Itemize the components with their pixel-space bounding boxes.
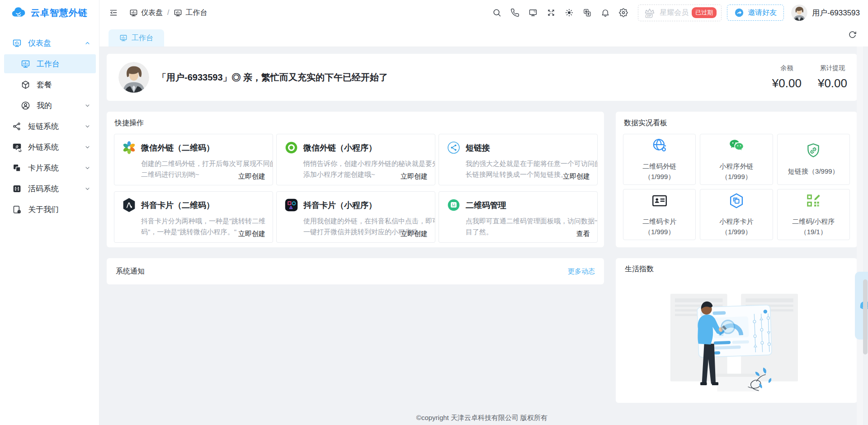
create-now-link[interactable]: 立即创建 (401, 230, 428, 238)
withdraw-block: 累计提现 ¥0.00 (818, 64, 847, 90)
balance-value: ¥0.00 (772, 76, 802, 90)
language-button[interactable] (578, 4, 596, 22)
workbench-icon (21, 59, 30, 69)
greeting-text: 「用户-6933593」◎ 亲，繁忙而又充实的下午已经开始了 (157, 71, 388, 84)
notifications-button[interactable] (596, 4, 614, 22)
search-button[interactable] (488, 4, 506, 22)
package-icon (21, 80, 30, 90)
tile-qrcode-links[interactable]: 二维码外链（1/999） (623, 134, 696, 185)
breadcrumb-workbench[interactable]: 工作台 (174, 8, 207, 18)
section-title: 快捷操作 (107, 112, 604, 134)
wechat-icon (728, 137, 745, 154)
theme-button[interactable] (560, 4, 578, 22)
quick-operations-panel: 快捷操作 (107, 112, 604, 247)
main-area: 仪表盘 / 工作台 VIP 星耀 (99, 0, 868, 425)
sidebar-item-dashboard[interactable]: 仪表盘 (0, 33, 99, 53)
qr-manage-icon (446, 198, 461, 212)
sidebar-item-shortlink-system[interactable]: 短链系统 (0, 116, 99, 137)
sun-icon (565, 8, 574, 17)
create-now-link[interactable]: 立即创建 (401, 172, 428, 181)
tab-workbench[interactable]: 工作台 (108, 29, 164, 47)
breadcrumb-separator: / (167, 9, 169, 17)
tile-qrcode-cards[interactable]: 二维码卡片（1/999） (623, 189, 696, 240)
app-logo[interactable]: 云卓智慧外链 (0, 0, 99, 25)
quick-card-qrcode-manage[interactable]: 二维码管理 点我即可直通二维码管理面板哦，访问数据一目了然。 查看 (439, 191, 598, 243)
create-now-link[interactable]: 立即创建 (563, 172, 590, 181)
sidebar-menu: 仪表盘 工作台 套餐 我的 短链系统 外链系统 卡片系统 (0, 25, 99, 220)
vip-crown-icon: VIP (643, 7, 656, 19)
share-arrow-icon (734, 8, 744, 18)
avatar[interactable] (118, 62, 149, 93)
gear-icon (619, 8, 628, 17)
shapes-square-icon (284, 198, 299, 212)
sidebar-item-workbench[interactable]: 工作台 (4, 54, 96, 73)
share-circle-icon (446, 140, 461, 155)
sidebar-item-external-link-system[interactable]: 外链系统 (0, 137, 99, 157)
search-icon (492, 8, 501, 17)
chevron-down-icon (84, 185, 91, 192)
svg-text:VIP: VIP (646, 14, 651, 17)
withdraw-label: 累计提现 (818, 64, 847, 72)
username: 用户-6933593 (812, 8, 860, 18)
chevron-down-icon (84, 102, 91, 109)
welcome-card: 「用户-6933593」◎ 亲，繁忙而又充实的下午已经开始了 余额 ¥0.00 … (107, 54, 857, 101)
tile-miniprogram-cards[interactable]: 小程序卡片（1/999） (700, 189, 773, 240)
fullscreen-icon (547, 8, 556, 17)
fullscreen-button[interactable] (542, 4, 560, 22)
sidebar-collapse-button[interactable] (107, 6, 120, 19)
phone-icon (510, 8, 519, 17)
tile-shortlinks[interactable]: 短链接（3/999） (777, 134, 850, 185)
device-icon (528, 8, 538, 17)
refresh-button[interactable] (848, 30, 859, 41)
scrollbar-thumb[interactable] (863, 279, 868, 354)
vip-membership-badge[interactable]: VIP 星耀会员 已过期 (638, 5, 722, 21)
chevron-up-icon (84, 40, 91, 47)
user-icon (21, 101, 30, 110)
target-icon (284, 140, 299, 155)
qr-edit-icon (805, 192, 822, 209)
life-index-panel: 生活指数 (616, 258, 857, 403)
live-code-system-icon (12, 184, 22, 194)
settings-button[interactable] (614, 4, 632, 22)
quick-card-tiktok-qrcode[interactable]: 抖音卡片（二维码） 抖音卡片分为两种哦，一种是"跳转转二维码"，一种是"跳转微信… (114, 191, 273, 243)
refresh-icon (848, 30, 857, 39)
quick-card-wechat-miniprogram[interactable]: 微信外链（小程序） 悄悄告诉你，创建小程序外链的秘诀就是要先添加小程序才能创建哦… (276, 134, 435, 185)
avatar (791, 5, 807, 21)
user-menu[interactable]: 用户-6933593 (791, 5, 860, 21)
more-updates-link[interactable]: 更多动态 (568, 267, 595, 276)
sidebar-item-about-us[interactable]: 关于我们 (0, 199, 99, 220)
view-link[interactable]: 查看 (576, 230, 590, 238)
quick-card-shortlink[interactable]: 短链接 我的强大之处就是在于能将任意一个可访问的长链接网址转换成一个简短链接。 … (439, 134, 598, 185)
data-board-panel: 数据实况看板 二维码外链（1/999） 小程序外链（1/999） 短链接（3/9… (616, 112, 857, 247)
section-title: 数据实况看板 (616, 112, 857, 134)
sidebar-item-card-system[interactable]: 卡片系统 (0, 157, 99, 178)
breadcrumb: 仪表盘 / 工作台 (129, 8, 207, 18)
sidebar-item-live-code-system[interactable]: 活码系统 (0, 178, 99, 199)
analytics-illustration (660, 279, 813, 395)
quick-card-tiktok-miniprogram[interactable]: 抖音卡片（小程序） 使用我创建的外链，在抖音私信中点击，即可一键打开微信并跳转到… (276, 191, 435, 243)
create-now-link[interactable]: 立即创建 (238, 230, 265, 238)
card-system-icon (12, 163, 22, 173)
quick-card-wechat-qrcode[interactable]: 微信外链（二维码） 创建的二维码外链，打开后每次可展现不同的二维码进行识别哟~ … (114, 134, 273, 185)
cloud-logo-icon (11, 7, 26, 18)
topbar: 仪表盘 / 工作台 VIP 星耀 (99, 0, 868, 25)
tile-miniprogram-links[interactable]: 小程序外链（1/999） (700, 134, 773, 185)
breadcrumb-dashboard[interactable]: 仪表盘 (129, 8, 163, 18)
balance-label: 余额 (772, 64, 802, 72)
hexagon-cube-icon (728, 192, 745, 209)
tile-qrcode-miniprogram[interactable]: 二维码/小程序（19/1） (777, 189, 850, 240)
sidebar-item-package[interactable]: 套餐 (0, 74, 99, 95)
translate-icon (583, 8, 592, 17)
collapse-icon (109, 8, 118, 17)
create-now-link[interactable]: 立即创建 (238, 172, 265, 181)
section-title: 生活指数 (625, 264, 848, 274)
tiktok-hexagon-icon (122, 198, 137, 212)
monitor-icon (174, 9, 182, 17)
withdraw-value: ¥0.00 (818, 76, 847, 90)
invite-friends-button[interactable]: 邀请好友 (727, 5, 784, 21)
sidebar-item-mine[interactable]: 我的 (0, 95, 99, 116)
external-link-system-icon (12, 142, 22, 152)
device-button[interactable] (524, 4, 542, 22)
contact-button[interactable] (506, 4, 524, 22)
scrollbar-track[interactable] (857, 47, 863, 425)
